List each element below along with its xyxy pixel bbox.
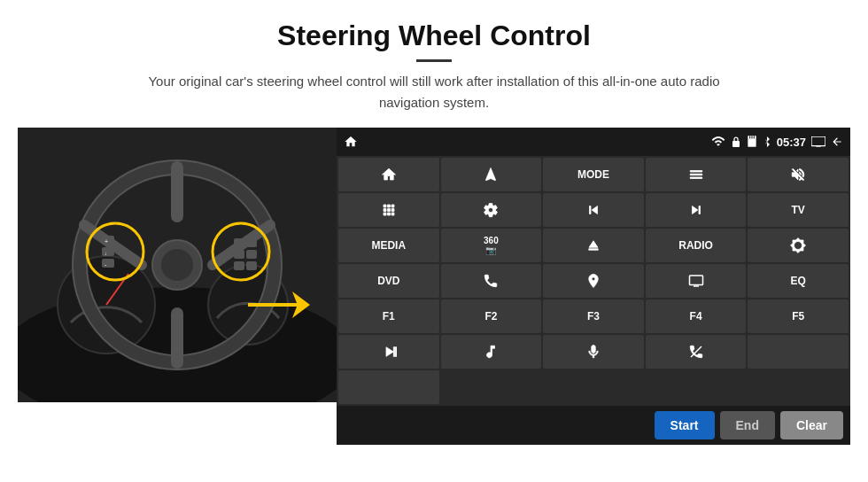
svg-rect-21 — [234, 238, 244, 247]
svg-point-12 — [161, 249, 193, 281]
btn-screen-rect[interactable] — [646, 264, 747, 298]
home-icon — [344, 135, 358, 149]
btn-settings[interactable] — [441, 193, 542, 227]
btn-empty1 — [748, 335, 849, 369]
end-button[interactable]: End — [720, 411, 775, 439]
btn-f2[interactable]: F2 — [441, 299, 542, 333]
wifi-icon — [711, 136, 725, 147]
svg-rect-28 — [732, 141, 740, 147]
btn-gps[interactable] — [543, 264, 644, 298]
btn-f1[interactable]: F1 — [338, 299, 439, 333]
btn-prev[interactable] — [543, 193, 644, 227]
btn-music[interactable] — [441, 335, 542, 369]
status-time: 05:37 — [777, 136, 806, 149]
btn-next[interactable] — [646, 193, 747, 227]
steering-wheel-image: + ↓ - — [18, 128, 337, 402]
btn-home[interactable] — [338, 158, 439, 191]
svg-rect-26 — [246, 261, 257, 270]
btn-navigate[interactable] — [441, 158, 542, 191]
btn-dvd[interactable]: DVD — [338, 264, 439, 298]
svg-rect-38 — [395, 347, 397, 357]
control-panel: 05:37 MODE — [337, 128, 850, 445]
btn-media[interactable]: MEDIA — [338, 229, 439, 262]
svg-rect-23 — [234, 261, 244, 270]
sd-icon — [747, 136, 757, 148]
content-area: + ↓ - — [0, 128, 868, 445]
btn-mic[interactable] — [543, 335, 644, 369]
svg-text:+: + — [105, 238, 108, 245]
status-bar-right: 05:37 — [711, 136, 843, 149]
btn-radio[interactable]: RADIO — [646, 229, 747, 262]
btn-tv[interactable]: TV — [748, 193, 849, 227]
svg-rect-25 — [246, 250, 257, 259]
svg-rect-37 — [393, 347, 395, 357]
btn-360cam[interactable]: 360📷 — [441, 229, 542, 262]
svg-rect-30 — [749, 136, 750, 139]
button-grid: MODE TV ME — [337, 156, 850, 406]
btn-mode[interactable]: MODE — [543, 158, 644, 191]
btn-f5[interactable]: F5 — [748, 299, 849, 333]
btn-eject[interactable] — [543, 229, 644, 262]
svg-rect-32 — [754, 136, 755, 139]
start-button[interactable]: Start — [655, 411, 715, 439]
btn-brightness[interactable] — [748, 229, 849, 262]
subtitle: Your original car's steering wheel contr… — [133, 71, 735, 113]
screen-icon — [811, 136, 825, 147]
clear-button[interactable]: Clear — [780, 411, 843, 439]
btn-eq[interactable]: EQ — [748, 264, 849, 298]
btn-empty2 — [338, 370, 439, 404]
svg-rect-33 — [811, 136, 825, 146]
bluetooth-icon — [763, 136, 771, 148]
svg-rect-22 — [234, 250, 244, 259]
btn-apps[interactable] — [338, 193, 439, 227]
svg-rect-31 — [751, 136, 752, 139]
btn-play-pause[interactable] — [338, 335, 439, 369]
svg-rect-24 — [246, 238, 257, 247]
title-divider — [416, 59, 452, 62]
btn-call-hangup[interactable] — [646, 335, 747, 369]
status-bar-left — [344, 135, 358, 149]
btn-mute[interactable] — [748, 158, 849, 191]
btn-phone[interactable] — [441, 264, 542, 298]
svg-rect-35 — [689, 276, 702, 285]
page-title: Steering Wheel Control — [0, 0, 868, 52]
back-icon — [831, 136, 843, 148]
btn-f3[interactable]: F3 — [543, 299, 644, 333]
status-bar: 05:37 — [337, 128, 850, 156]
btn-list[interactable] — [646, 158, 747, 191]
action-bar: Start End Clear — [337, 406, 850, 445]
svg-text:↓: ↓ — [105, 251, 107, 256]
lock-icon — [731, 136, 741, 148]
btn-f4[interactable]: F4 — [646, 299, 747, 333]
